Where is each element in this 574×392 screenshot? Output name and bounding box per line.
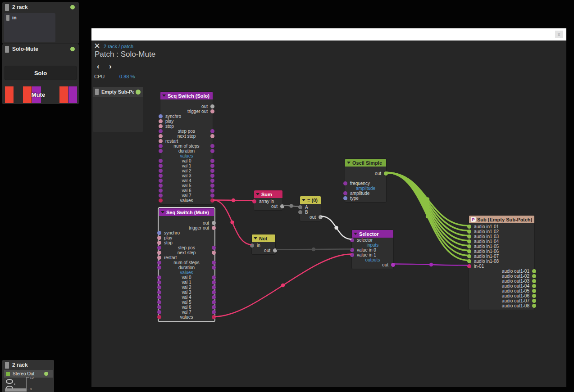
port-dot[interactable] [157, 266, 161, 270]
port-dot[interactable] [212, 261, 216, 265]
rack-panel-bottom-header[interactable]: 2 rack [2, 360, 54, 370]
node-equals-0[interactable]: = (0)ABout [300, 196, 321, 221]
port-dot[interactable] [212, 221, 216, 225]
patch-canvas[interactable]: × 2 rack / patch Patch : Solo-Mute ‹ › C… [91, 41, 566, 387]
node-header[interactable]: Seq Switch (Solo) [160, 92, 213, 99]
node-seq-switch-solo[interactable]: Seq Switch (Solo)outtrigger outsynchropl… [160, 91, 213, 205]
port-dot[interactable] [212, 226, 216, 230]
node-header[interactable]: Not [252, 234, 275, 242]
port-dot[interactable] [210, 104, 214, 108]
port-dot[interactable] [159, 134, 163, 138]
port-dot[interactable] [212, 275, 216, 279]
stereo-out-module[interactable]: Stereo Out [4, 370, 53, 378]
port-dot[interactable] [159, 179, 163, 183]
port-dot[interactable] [159, 144, 163, 148]
node-oscil-simple[interactable]: Oscil Simpleoutfrequencyamplitudeamplitu… [345, 158, 387, 203]
port-dot[interactable] [159, 189, 163, 193]
port-dot[interactable] [157, 275, 161, 279]
port-dot[interactable] [157, 241, 161, 245]
solo-mute-header[interactable]: Solo-Mute [2, 44, 79, 54]
node-sum[interactable]: Sumarray inout [254, 190, 283, 211]
node-header[interactable]: PSub [Empty Sub-Patch] [469, 216, 534, 223]
window-titlebar[interactable]: x [91, 28, 566, 41]
fader-handle[interactable] [5, 388, 27, 392]
chevron-down-icon[interactable] [256, 193, 260, 195]
port-dot[interactable] [159, 119, 163, 123]
port-dot[interactable] [159, 184, 163, 188]
port-dot[interactable] [212, 280, 216, 284]
solo-button[interactable]: Solo [5, 66, 77, 80]
port-dot[interactable] [210, 164, 214, 168]
node-not[interactable]: Notinout [251, 234, 276, 255]
port-dot[interactable] [157, 256, 161, 260]
port-dot[interactable] [210, 109, 214, 113]
mute-step-cell[interactable] [50, 86, 59, 103]
port-dot[interactable] [210, 159, 214, 163]
power-led-icon[interactable] [70, 47, 75, 51]
in-module[interactable]: in [4, 13, 55, 42]
chevron-down-icon[interactable] [347, 162, 351, 164]
mute-step-cell[interactable] [41, 86, 50, 103]
port-dot[interactable] [157, 295, 161, 299]
chevron-down-icon[interactable] [254, 237, 257, 239]
port-dot[interactable] [532, 279, 536, 283]
port-dot[interactable] [159, 198, 163, 203]
node-header[interactable]: Selector [352, 230, 393, 238]
mute-step-cell[interactable] [68, 86, 77, 103]
rack-panel-top-header[interactable]: 2 rack [2, 2, 79, 12]
port-dot[interactable] [157, 246, 161, 250]
port-dot[interactable] [159, 194, 163, 198]
port-dot[interactable] [210, 144, 214, 148]
port-dot[interactable] [157, 261, 161, 265]
port-dot[interactable] [212, 310, 216, 314]
port-dot[interactable] [343, 196, 347, 200]
port-dot[interactable] [532, 299, 536, 303]
power-led-icon[interactable] [70, 5, 75, 9]
node-header[interactable]: Oscil Simple [345, 159, 386, 167]
port-dot[interactable] [212, 285, 216, 289]
port-dot[interactable] [157, 251, 161, 255]
port-dot[interactable] [157, 300, 161, 304]
module-handle-icon[interactable] [5, 362, 9, 369]
port-dot[interactable] [157, 305, 161, 309]
port-dot[interactable] [210, 194, 214, 198]
port-dot[interactable] [210, 149, 214, 153]
port-dot[interactable] [210, 179, 214, 183]
node-header[interactable]: Sum [254, 190, 282, 198]
mute-step-cell[interactable] [5, 86, 14, 103]
port-dot[interactable] [210, 189, 214, 193]
port-dot[interactable] [159, 159, 163, 163]
chevron-down-icon[interactable] [354, 233, 357, 235]
port-dot[interactable] [532, 294, 536, 298]
port-dot[interactable] [210, 169, 214, 173]
chevron-down-icon[interactable] [302, 199, 305, 201]
port-dot[interactable] [343, 181, 347, 185]
window-close-button[interactable]: x [555, 31, 563, 38]
wire[interactable] [276, 249, 351, 250]
port-dot[interactable] [159, 139, 163, 143]
port-dot[interactable] [210, 129, 214, 133]
port-dot[interactable] [212, 266, 216, 270]
module-handle-icon[interactable] [5, 46, 9, 53]
port-dot[interactable] [157, 310, 161, 314]
port-dot[interactable] [212, 246, 216, 250]
node-selector[interactable]: Selectorselectorinputsvalue in 0value in… [351, 230, 394, 269]
module-handle-icon[interactable] [5, 4, 9, 11]
node-header[interactable]: = (0) [300, 196, 321, 204]
node-sub-empty-sub-patch[interactable]: PSub [Empty Sub-Patch]audio in1-01audio … [469, 215, 535, 310]
port-dot[interactable] [532, 289, 536, 293]
port-dot[interactable] [159, 129, 163, 133]
mute-step-cell[interactable] [32, 86, 41, 103]
port-dot[interactable] [159, 114, 163, 118]
port-dot[interactable] [532, 274, 536, 278]
power-led-icon[interactable] [44, 372, 48, 376]
port-dot[interactable] [212, 305, 216, 309]
port-dot[interactable] [157, 285, 161, 289]
port-dot[interactable] [210, 184, 214, 188]
port-dot[interactable] [157, 231, 161, 235]
port-dot[interactable] [532, 269, 536, 273]
module-handle-icon[interactable] [6, 15, 9, 21]
node-header[interactable]: Seq Switch (Mute) [159, 208, 214, 216]
port-dot[interactable] [212, 251, 216, 255]
port-dot[interactable] [210, 134, 214, 138]
